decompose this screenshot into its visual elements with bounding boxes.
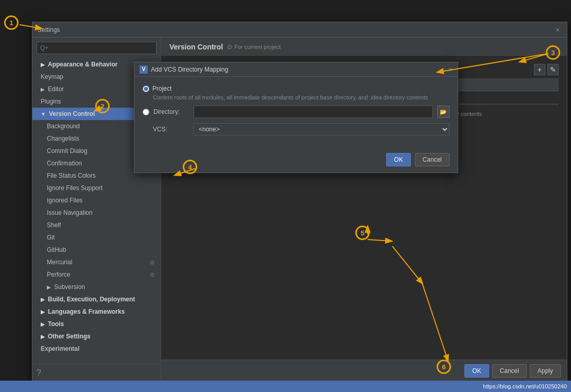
sidebar-item-shelf[interactable]: Shelf	[32, 219, 161, 231]
dialog-body: Project Content roots of all modules, al…	[134, 77, 458, 149]
sidebar-label-confirmation: Confirmation	[47, 160, 82, 167]
sidebar-label-editor: Editor	[48, 86, 64, 93]
sidebar-item-ignored-files[interactable]: Ignored Files	[32, 194, 161, 207]
sidebar-label-subversion: Subversion	[54, 283, 85, 291]
circle-6: 6	[437, 360, 451, 374]
content-header: Version Control ⊙ For current project	[161, 38, 567, 56]
ok-button[interactable]: OK	[464, 364, 489, 378]
sidebar-label-tools: Tools	[48, 320, 64, 328]
circle-1: 1	[4, 15, 19, 30]
sidebar-label-ignored-files: Ignored Files	[47, 197, 82, 204]
sidebar-label-issue-nav: Issue Navigation	[47, 209, 93, 216]
arrow-icon-svn: ▶	[47, 284, 51, 290]
project-radio-option: Project	[143, 85, 449, 92]
dialog-icon: V	[140, 65, 148, 74]
add-vcs-dialog: V Add VCS Directory Mapping × Project Co…	[134, 62, 458, 173]
arrow-icon-lang: ▶	[41, 309, 45, 315]
directory-label: Directory:	[153, 108, 189, 115]
sidebar-label-ignore-files: Ignore Files Support	[47, 184, 102, 192]
directory-input[interactable]	[194, 106, 433, 118]
directory-radio[interactable]	[143, 109, 149, 115]
dialog-ok-button[interactable]: OK	[386, 153, 410, 166]
sidebar-label-background: Background	[47, 123, 80, 130]
sidebar-item-issue-navigation[interactable]: Issue Navigation	[32, 207, 161, 219]
circle-4: 4	[183, 160, 197, 174]
arrow-icon-vc: ▼	[41, 111, 46, 117]
add-vcs-button[interactable]: +	[534, 64, 545, 75]
circle-5: 5	[355, 226, 370, 240]
sidebar-item-git[interactable]: Git	[32, 231, 161, 244]
sidebar-label-perforce: Perforce	[47, 271, 70, 278]
sidebar-item-mercurial[interactable]: Mercurial ⊙	[32, 256, 161, 268]
mercurial-icon: ⊙	[150, 259, 154, 266]
arrow-icon-other: ▶	[41, 334, 45, 339]
edit-vcs-button[interactable]: ✎	[547, 64, 559, 75]
sidebar-label-file-status: File Status Colors	[47, 172, 96, 179]
sidebar-label-git: Git	[47, 234, 55, 241]
arrow-icon-build: ▶	[41, 297, 45, 302]
dialog-cancel-button[interactable]: Cancel	[415, 153, 449, 166]
status-bar: https://blog.csdn.net/u010250240	[0, 381, 571, 392]
circle-3: 3	[546, 45, 560, 60]
project-tag: ⊙ For current project	[227, 43, 281, 50]
sidebar-label-other: Other Settings	[48, 333, 91, 340]
directory-field-row: Directory: 📂	[143, 106, 449, 118]
sidebar-label-keymap: Keymap	[41, 73, 63, 80]
arrow-icon: ▶	[41, 62, 45, 67]
dialog-icon-label: V	[142, 66, 146, 72]
sidebar-item-build[interactable]: ▶ Build, Execution, Deployment	[32, 293, 161, 305]
sidebar-label-experimental: Experimental	[41, 345, 79, 352]
dialog-titlebar: V Add VCS Directory Mapping ×	[134, 62, 458, 77]
vcs-field-row: VCS: <none> Git Subversion	[143, 123, 449, 135]
settings-close-button[interactable]: ×	[553, 26, 562, 34]
help-icon[interactable]: ?	[37, 368, 41, 377]
project-radio[interactable]	[143, 86, 149, 92]
sidebar-item-github[interactable]: GitHub	[32, 244, 161, 256]
sidebar-item-tools[interactable]: ▶ Tools	[32, 318, 161, 330]
settings-footer: OK Cancel Apply	[161, 360, 567, 382]
sidebar-label-shelf: Shelf	[47, 221, 61, 229]
browse-button[interactable]: 📂	[437, 106, 449, 118]
project-label: Project	[152, 85, 171, 92]
sidebar-label-appearance: Appearance & Behavior	[48, 61, 117, 68]
sidebar-search-container	[32, 38, 161, 58]
section-title: Version Control	[169, 43, 223, 51]
sidebar-item-ignore-files[interactable]: Ignore Files Support	[32, 182, 161, 194]
sidebar-item-languages[interactable]: ▶ Languages & Frameworks	[32, 305, 161, 318]
sidebar-item-perforce[interactable]: Perforce ⊙	[32, 268, 161, 281]
vcs-field-label: VCS:	[153, 126, 189, 133]
sidebar-label-mercurial: Mercurial	[47, 259, 72, 266]
dialog-close-button[interactable]: ×	[448, 65, 453, 74]
sidebar-label-build: Build, Execution, Deployment	[48, 296, 135, 303]
project-icon: ⊙	[227, 43, 232, 50]
status-url: https://blog.csdn.net/u010250240	[483, 383, 567, 389]
arrow-icon-editor: ▶	[41, 87, 45, 92]
sidebar-label-github: GitHub	[47, 246, 66, 253]
settings-title: Settings	[38, 26, 553, 33]
sidebar-label-changelists: Changelists	[47, 135, 79, 142]
project-label: For current project	[234, 44, 281, 50]
sidebar-label-languages: Languages & Frameworks	[48, 308, 125, 315]
vcs-select[interactable]: <none> Git Subversion	[193, 123, 449, 135]
sidebar-label-commit: Commit Dialog	[47, 147, 88, 155]
settings-titlebar: Settings ×	[32, 22, 567, 38]
arrow-icon-tools: ▶	[41, 321, 45, 327]
search-input[interactable]	[37, 42, 157, 54]
sidebar-item-other[interactable]: ▶ Other Settings	[32, 330, 161, 343]
perforce-icon: ⊙	[150, 271, 154, 278]
circle-2: 2	[95, 99, 110, 113]
dialog-title: Add VCS Directory Mapping	[151, 66, 448, 73]
sidebar-item-subversion[interactable]: ▶ Subversion	[32, 281, 161, 293]
project-desc: Content roots of all modules, all immedi…	[143, 94, 449, 100]
sidebar-item-experimental[interactable]: Experimental	[32, 343, 161, 355]
sidebar-label-vc: Version Control	[49, 110, 95, 117]
apply-button[interactable]: Apply	[530, 364, 561, 378]
cancel-button[interactable]: Cancel	[492, 364, 527, 378]
sidebar-label-plugins: Plugins	[41, 98, 61, 105]
